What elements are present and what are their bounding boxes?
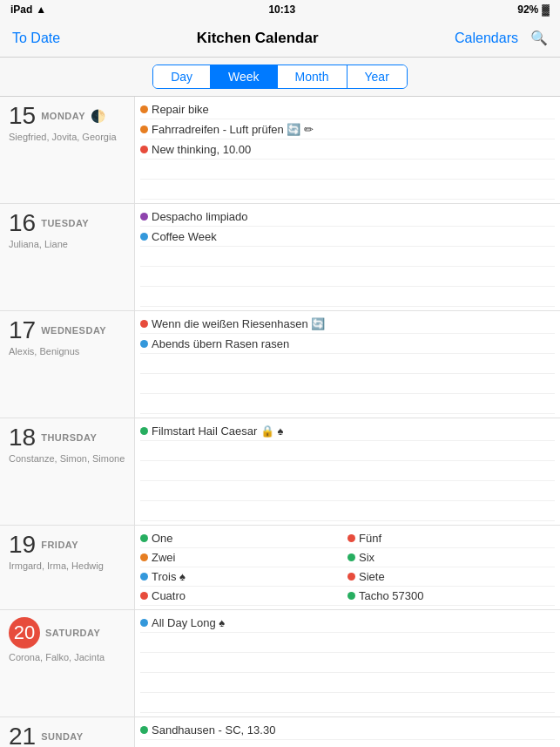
event-line: Tacho 57300 — [347, 587, 555, 606]
event-line: Zwei — [140, 548, 347, 567]
day-label[interactable]: 19FRIDAYIrmgard, Irma, Hedwig — [0, 526, 135, 609]
event-line — [140, 375, 555, 394]
event-text: Sandhausen - SC, 13.30 — [152, 723, 275, 737]
red-dot — [347, 573, 355, 581]
event-line: Repair bike — [140, 100, 555, 119]
day-events: Filmstart Hail Caesar 🔒 ♠ — [135, 418, 560, 525]
event-line: Fünf — [347, 529, 555, 548]
day-row: 15MONDAY🌓Siegfried, Jovita, GeorgiaRepai… — [0, 97, 560, 204]
event-line: Filmstart Hail Caesar 🔒 ♠ — [140, 422, 555, 441]
day-name: THURSDAY — [41, 432, 97, 443]
nav-bar: To Date Kitchen Calendar Calendars 🔍 — [0, 19, 560, 58]
event-line: Cuatro — [140, 587, 347, 606]
day-number: 18 — [9, 425, 36, 450]
red-dot — [140, 592, 148, 600]
event-text: Tacho 57300 — [359, 589, 423, 602]
day-names: Irmgard, Irma, Hedwig — [9, 560, 104, 571]
orange-dot — [140, 553, 148, 561]
green-dot — [140, 534, 148, 542]
event-text: Cuatro — [152, 589, 186, 602]
day-number-row: 15MONDAY🌓 — [9, 104, 105, 128]
event-text: Abends übern Rasen rasen — [152, 337, 289, 350]
day-label[interactable]: 20SATURDAYCorona, Falko, Jacinta — [0, 610, 135, 716]
green-dot — [140, 427, 148, 435]
day-events: All Day Long ♠ — [135, 610, 560, 716]
blue-dot — [140, 619, 148, 627]
nav-title: Kitchen Calendar — [197, 30, 319, 47]
event-text: Fünf — [359, 532, 381, 545]
carrier-label: iPad — [10, 3, 32, 16]
tab-year[interactable]: Year — [347, 65, 407, 88]
green-dot — [347, 592, 355, 600]
day-number: 17 — [9, 318, 36, 343]
back-button[interactable]: To Date — [12, 31, 60, 46]
event-text: Coffee Week — [152, 230, 217, 243]
tab-day[interactable]: Day — [153, 65, 211, 88]
day-events: Repair bikeFahrradreifen - Luft prüfen 🔄… — [135, 97, 560, 203]
day-row: 19FRIDAYIrmgard, Irma, HedwigOneFünfZwei… — [0, 526, 560, 610]
event-line — [140, 442, 555, 461]
day-name: TUESDAY — [41, 218, 89, 228]
event-line — [140, 355, 555, 374]
day-names: Alexis, Benignus — [9, 346, 79, 357]
day-number: 19 — [9, 533, 36, 557]
day-number-row: 19FRIDAY — [9, 533, 78, 557]
event-line: All Day Long ♠ — [140, 614, 555, 633]
day-name: SATURDAY — [45, 628, 100, 638]
day-names: Siegfried, Jovita, Georgia — [9, 132, 117, 142]
blue-dot — [140, 573, 148, 581]
event-text: Wenn die weißen Riesenhasen 🔄 — [152, 317, 325, 330]
tab-week[interactable]: Week — [211, 65, 278, 88]
calendars-button[interactable]: Calendars — [455, 31, 518, 46]
status-time: 10:13 — [268, 3, 295, 16]
day-label[interactable]: 16TUESDAYJuliana, Liane — [0, 204, 135, 310]
search-icon[interactable]: 🔍 — [530, 30, 548, 46]
purple-dot — [140, 213, 148, 221]
event-text: Filmstart Hail Caesar 🔒 ♠ — [152, 424, 283, 438]
event-line: Wenn die weißen Riesenhasen 🔄 — [140, 315, 555, 334]
day-name: FRIDAY — [41, 540, 78, 550]
day-label[interactable]: 18THURSDAYConstanze, Simon, Simone — [0, 418, 135, 525]
calendar-body: 15MONDAY🌓Siegfried, Jovita, GeorgiaRepai… — [0, 97, 560, 747]
day-number-row: 21SUNDAY — [9, 724, 84, 747]
day-number: 21 — [9, 724, 36, 747]
blue-dot — [140, 340, 148, 348]
day-number-row: 17WEDNESDAY — [9, 318, 106, 343]
day-label[interactable]: 17WEDNESDAYAlexis, Benignus — [0, 311, 135, 418]
event-text: Despacho limpiado — [152, 210, 248, 223]
day-events: Wenn die weißen Riesenhasen 🔄Abends über… — [135, 311, 560, 418]
day-names: Corona, Falko, Jacinta — [9, 652, 105, 662]
day-events: OneFünfZweiSixTrois ♠SieteCuatroTacho 57… — [135, 526, 560, 609]
battery-icon: ▓ — [542, 3, 550, 16]
event-line — [140, 502, 555, 521]
event-line — [140, 180, 555, 200]
event-line — [140, 482, 555, 501]
event-text: Zwei — [152, 551, 175, 564]
day-row: 20SATURDAYCorona, Falko, JacintaAll Day … — [0, 610, 560, 717]
event-line — [140, 634, 555, 653]
day-number-row: 16TUESDAY — [9, 211, 89, 235]
event-line: Despacho limpiado — [140, 207, 555, 227]
event-line: Six — [347, 548, 555, 567]
green-dot — [347, 553, 355, 561]
day-names: Constanze, Simon, Simone — [9, 453, 125, 464]
day-label[interactable]: 21SUNDAYPetrus D., Gunhild, Enrica, Pete… — [0, 717, 135, 747]
red-dot — [140, 146, 148, 153]
day-label[interactable]: 15MONDAY🌓Siegfried, Jovita, Georgia — [0, 97, 135, 203]
green-dot — [140, 726, 148, 734]
day-name: MONDAY — [41, 111, 85, 121]
event-line — [140, 674, 555, 693]
event-text: Repair bike — [152, 103, 209, 116]
event-line: Trois ♠ — [140, 567, 347, 587]
day-row: 21SUNDAYPetrus D., Gunhild, Enrica, Pete… — [0, 717, 560, 747]
event-line — [140, 741, 555, 747]
day-names: Juliana, Liane — [9, 239, 68, 249]
tab-month[interactable]: Month — [278, 65, 347, 88]
event-text: Six — [359, 551, 374, 564]
event-line: Abends übern Rasen rasen — [140, 335, 555, 354]
segment-control: Day Week Month Year — [0, 58, 560, 97]
event-text: One — [152, 532, 173, 545]
day-row: 17WEDNESDAYAlexis, BenignusWenn die weiß… — [0, 311, 560, 418]
segment-wrap: Day Week Month Year — [152, 65, 408, 89]
orange-dot — [140, 105, 148, 113]
